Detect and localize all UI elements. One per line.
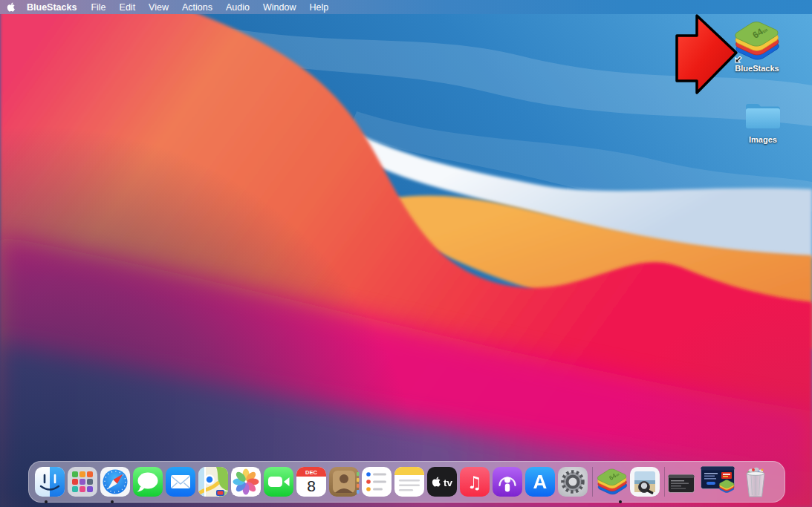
dock-minimized-terminal-window[interactable] xyxy=(668,474,695,496)
menu-view[interactable]: View xyxy=(142,2,175,13)
dock-icon-preview[interactable] xyxy=(629,465,661,498)
dock-icon-photos[interactable] xyxy=(230,465,262,498)
menu-window[interactable]: Window xyxy=(256,2,302,13)
svg-text:DEC: DEC xyxy=(305,469,317,476)
menu-audio[interactable]: Audio xyxy=(219,2,256,13)
svg-text:8: 8 xyxy=(307,477,316,494)
dock-icon-maps[interactable] xyxy=(197,465,230,498)
dock-icon-contacts[interactable] xyxy=(328,465,360,498)
dock-icon-messages[interactable] xyxy=(131,465,164,498)
dock-icon-safari[interactable] xyxy=(99,465,131,498)
desktop-icon-label: Images xyxy=(749,135,777,144)
menu-help[interactable]: Help xyxy=(302,2,335,13)
dock-icon-calendar[interactable]: DEC 8 xyxy=(295,465,328,498)
desktop-icon-images-folder[interactable]: Images xyxy=(730,101,796,144)
menu-edit[interactable]: Edit xyxy=(113,2,143,13)
dock-icon-music[interactable]: ♫ xyxy=(458,465,491,498)
dock-icon-system-preferences[interactable] xyxy=(556,465,589,498)
apple-logo-icon xyxy=(7,1,16,13)
dock-icon-notes[interactable] xyxy=(393,465,426,498)
running-indicator-safari xyxy=(111,500,114,503)
running-indicator-bluestacks xyxy=(619,500,622,503)
dock-minimized-bluestacks-window[interactable] xyxy=(701,466,736,496)
big-sur-wallpaper xyxy=(0,0,812,507)
dock-icon-facetime[interactable] xyxy=(262,465,295,498)
menu-actions[interactable]: Actions xyxy=(175,2,219,13)
menu-app-name[interactable]: BlueStacks xyxy=(22,2,84,13)
macos-desktop: BlueStacks File Edit View Actions Audio … xyxy=(0,0,812,507)
dock-icon-apple-tv[interactable]: tv xyxy=(426,465,458,498)
dock-icon-finder[interactable] xyxy=(33,465,66,498)
svg-text:A: A xyxy=(533,471,548,493)
music-note-icon: ♫ xyxy=(467,473,483,492)
dock-icon-trash[interactable] xyxy=(741,465,770,498)
desktop-icon-label: BlueStacks xyxy=(735,64,779,73)
menu-bar: BlueStacks File Edit View Actions Audio … xyxy=(0,0,812,14)
apple-menu[interactable] xyxy=(0,1,22,13)
dock-icon-app-store[interactable]: A xyxy=(524,465,556,498)
menu-file[interactable]: File xyxy=(84,2,112,13)
alias-arrow-badge xyxy=(734,55,743,64)
dock-icon-bluestacks[interactable]: 64 bit xyxy=(596,465,629,498)
dock-icon-podcasts[interactable] xyxy=(491,465,524,498)
dock: DEC 8 xyxy=(28,461,785,503)
svg-text:tv: tv xyxy=(444,477,452,488)
dock-icon-reminders[interactable] xyxy=(360,465,393,498)
folder-icon xyxy=(743,101,783,132)
dock-icon-mail[interactable] xyxy=(164,465,197,498)
dock-icon-launchpad[interactable] xyxy=(66,465,99,498)
dock-divider xyxy=(661,465,668,498)
running-indicator-finder xyxy=(45,500,48,503)
desktop-icon-bluestacks[interactable]: 64 bit BlueStacks xyxy=(724,21,790,73)
